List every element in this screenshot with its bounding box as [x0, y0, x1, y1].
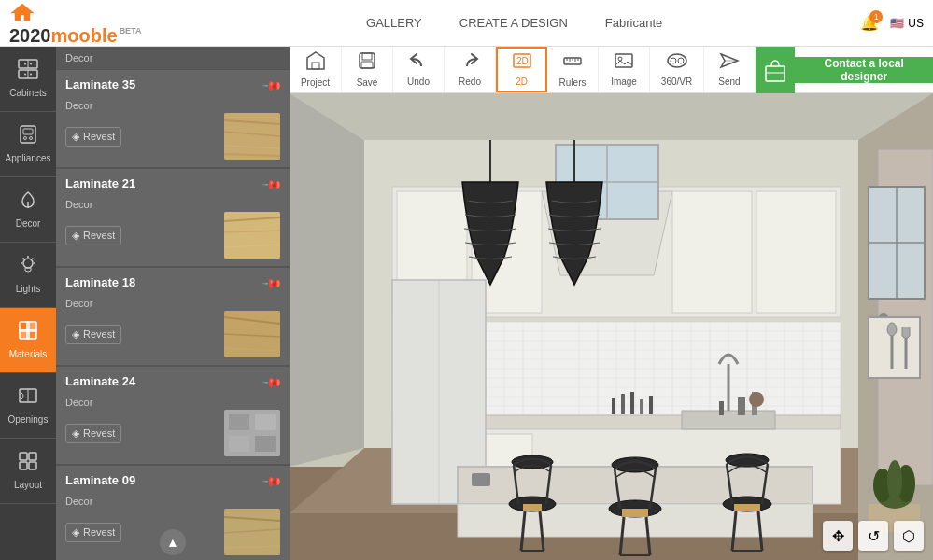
revest-button-lam24[interactable]: ◈ Revest — [65, 424, 121, 443]
tool-project[interactable]: Project — [290, 47, 342, 92]
material-item-lam21[interactable]: Laminate 21 📌 Decor ◈ Revest — [56, 169, 290, 266]
locale-label: US — [908, 17, 924, 30]
svg-rect-54 — [362, 53, 372, 60]
logo-area: 2020moobleBETA — [0, 0, 168, 48]
sidebar-label-appliances: Appliances — [6, 153, 51, 164]
store-icon-button[interactable] — [756, 47, 795, 93]
locale-button[interactable]: 🇺🇸 US — [890, 17, 924, 30]
tool-redo[interactable]: Redo — [445, 47, 496, 92]
pin-icon-lam24[interactable]: 📌 — [262, 371, 283, 392]
svg-rect-179 — [640, 399, 643, 414]
material-thumb-lam35 — [224, 113, 280, 160]
tool-image[interactable]: Image — [599, 47, 650, 92]
material-category-lam35: Decor — [65, 100, 92, 111]
layout-icon — [18, 451, 38, 476]
nav-gallery[interactable]: GALLERY — [366, 16, 422, 30]
sidebar-item-materials[interactable]: Materials — [0, 308, 56, 373]
material-header-lam09: Laminate 09 📌 — [65, 473, 280, 488]
revest-button-lam09[interactable]: ◈ Revest — [65, 523, 121, 542]
sidebar-item-appliances[interactable]: Appliances — [0, 112, 56, 177]
scroll-up-icon: ▲ — [166, 535, 179, 550]
material-item-lam18[interactable]: Laminate 18 📌 Decor ◈ Revest — [56, 268, 290, 365]
revest-button-lam35[interactable]: ◈ Revest — [65, 127, 121, 147]
contact-designer-button[interactable]: Contact a local designer — [795, 57, 933, 83]
notifications-button[interactable]: 🔔 1 — [860, 14, 879, 32]
svg-line-18 — [23, 259, 25, 260]
tool-send[interactable]: Send — [704, 47, 756, 92]
material-header-lam35: Laminate 35 📌 — [65, 77, 280, 92]
contact-designer-label: Contact a local designer — [809, 57, 919, 83]
svg-point-14 — [23, 259, 33, 268]
svg-point-67 — [671, 58, 676, 63]
svg-rect-132 — [738, 397, 745, 415]
revest-icon-lam35: ◈ — [72, 131, 79, 143]
pin-icon-lam35[interactable]: 📌 — [262, 74, 283, 95]
revest-label-lam09: Revest — [83, 526, 115, 538]
materials-icon — [18, 320, 38, 345]
undo-label: Undo — [407, 77, 430, 87]
send-label: Send — [718, 77, 740, 87]
scroll-up-button[interactable]: ▲ — [160, 529, 186, 555]
kitchen-scene — [290, 93, 933, 560]
sidebar-item-layout[interactable]: Layout — [0, 439, 56, 504]
svg-point-175 — [887, 460, 902, 501]
sidebar-item-openings[interactable]: Openings — [0, 373, 56, 439]
logo-part2: mooble — [51, 25, 118, 46]
revest-button-lam21[interactable]: ◈ Revest — [65, 226, 121, 245]
svg-rect-177 — [621, 394, 625, 414]
sidebar-item-cabinets[interactable]: Cabinets — [0, 47, 56, 112]
toolbar: Project Save Undo Redo — [290, 47, 933, 93]
material-item-lam35[interactable]: Laminate 35 📌 Decor ◈ Revest — [56, 70, 290, 167]
svg-point-7 — [24, 74, 26, 76]
send-icon — [719, 52, 740, 74]
material-name-lam35: Laminate 35 — [65, 77, 135, 91]
tool-360vr[interactable]: 360/VR — [650, 47, 704, 92]
svg-rect-47 — [255, 436, 276, 452]
svg-point-5 — [30, 63, 32, 65]
tool-undo[interactable]: Undo — [393, 47, 445, 92]
main-layout: Cabinets Appliances Decor — [0, 47, 933, 560]
pin-icon-lam09[interactable]: 📌 — [262, 469, 283, 491]
nav-fabricante[interactable]: Fabricante — [605, 16, 662, 30]
svg-rect-23 — [27, 329, 36, 339]
revest-label-lam21: Revest — [83, 230, 115, 241]
svg-rect-45 — [255, 414, 276, 430]
material-row-lam18: ◈ Revest — [65, 311, 280, 357]
sidebar-label-openings: Openings — [8, 414, 49, 426]
material-thumb-lam09 — [224, 509, 280, 555]
svg-marker-0 — [11, 4, 34, 21]
cube-control-button[interactable]: ⬡ — [894, 521, 924, 551]
refresh-icon: ↺ — [868, 527, 880, 545]
canvas-area: Project Save Undo Redo — [290, 47, 933, 560]
revest-button-lam18[interactable]: ◈ Revest — [65, 325, 121, 344]
svg-rect-55 — [361, 62, 373, 68]
svg-rect-28 — [20, 462, 27, 469]
move-icon: ✥ — [832, 527, 844, 545]
project-icon — [305, 51, 326, 75]
svg-point-169 — [887, 323, 897, 336]
svg-rect-131 — [719, 401, 724, 415]
materials-panel: Decor Laminate 35 📌 Decor ◈ Revest — [56, 47, 290, 560]
refresh-control-button[interactable]: ↺ — [858, 521, 888, 551]
svg-rect-137 — [472, 473, 490, 486]
material-thumb-lam18 — [224, 311, 280, 357]
material-item-lam24[interactable]: Laminate 24 📌 Decor ◈ Revest — [56, 367, 290, 464]
tool-2d[interactable]: 2D 2D — [496, 47, 547, 92]
svg-rect-46 — [229, 436, 249, 452]
decor-icon — [18, 189, 38, 215]
material-category-lam21: Decor — [65, 199, 92, 210]
scene-view: ✥ ↺ ⬡ — [290, 93, 933, 560]
material-header-lam18: Laminate 18 📌 — [65, 275, 280, 290]
save-label: Save — [357, 77, 378, 88]
pin-icon-lam21[interactable]: 📌 — [262, 173, 283, 194]
tool-save[interactable]: Save — [342, 47, 393, 92]
svg-marker-80 — [290, 93, 933, 140]
pin-icon-lam18[interactable]: 📌 — [262, 272, 283, 293]
move-control-button[interactable]: ✥ — [823, 521, 853, 551]
sidebar-item-lights[interactable]: Lights — [0, 243, 56, 308]
nav-create[interactable]: CREATE A DESIGN — [459, 16, 568, 30]
decor-section-header: Decor — [56, 47, 290, 70]
sidebar-item-decor[interactable]: Decor — [0, 177, 56, 243]
tool-rulers[interactable]: Rulers — [547, 47, 599, 92]
cabinets-icon — [18, 59, 38, 84]
